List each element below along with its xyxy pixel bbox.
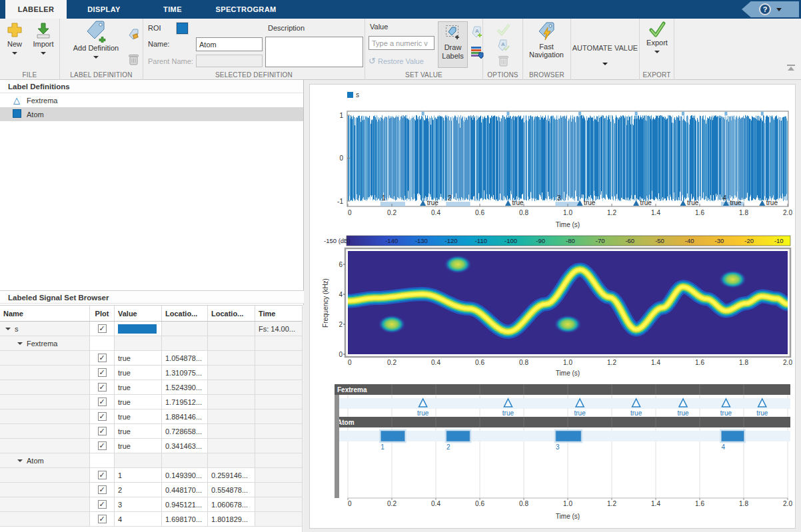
plot-checkbox[interactable]: ✓ <box>98 441 107 450</box>
table-row[interactable]: ✓41.698170...1.801829... <box>0 512 302 527</box>
table-row[interactable]: Fextrema <box>0 336 302 351</box>
column-header[interactable]: Plot <box>90 306 115 321</box>
plot-checkbox[interactable]: ✓ <box>98 412 107 421</box>
plot-checkbox[interactable]: ✓ <box>98 485 107 494</box>
table-row[interactable]: s✓Fs: 14.00... <box>0 322 302 336</box>
signal-plot: s1234truetruetruetruetruetruetrue10-100.… <box>337 91 792 228</box>
export-dropdown-caret-icon[interactable] <box>654 51 660 53</box>
column-header[interactable]: Time <box>255 306 302 321</box>
parent-name-input[interactable] <box>196 55 263 67</box>
signal-xtick-label: 2.0 <box>783 209 792 216</box>
add-definition-button[interactable]: Add Definition <box>63 20 129 60</box>
plot-checkbox[interactable]: ✓ <box>98 515 107 523</box>
signal-ytick-label: 1 <box>339 112 343 119</box>
expand-caret-icon[interactable] <box>17 459 23 462</box>
table-row[interactable]: ✓true0.341463... <box>0 439 302 453</box>
plot-cell: ✓ <box>90 439 115 453</box>
plot-cell: ✓ <box>90 424 115 438</box>
label-list-icon[interactable] <box>470 45 484 59</box>
roi-number-label: 1 <box>382 194 386 202</box>
label-definition-item-atom[interactable]: Atom <box>0 107 303 121</box>
new-button[interactable]: New <box>3 21 27 56</box>
tab-time[interactable]: TIME <box>141 0 204 19</box>
tab-labeler[interactable]: LABELER <box>5 0 67 19</box>
tab-spectrogram[interactable]: SPECTROGRAM <box>204 0 288 19</box>
track-header-fextrema[interactable] <box>335 384 790 395</box>
roi-region-highlight[interactable] <box>721 115 744 201</box>
roi-region-highlight[interactable] <box>446 115 470 201</box>
column-header[interactable]: Locatio... <box>162 306 208 321</box>
minimize-ribbon-button[interactable] <box>786 64 796 72</box>
column-header[interactable]: Value <box>115 306 162 321</box>
plot-checkbox[interactable]: ✓ <box>98 383 107 392</box>
viewer-roi-rect[interactable] <box>556 431 581 441</box>
help-question-icon[interactable]: ? <box>759 3 771 15</box>
roi-band[interactable] <box>446 202 470 206</box>
plot-checkbox[interactable]: ✓ <box>98 398 107 406</box>
label-definition-item-fextrema[interactable]: △Fextrema <box>0 93 303 107</box>
table-row[interactable]: ✓true1.524390... <box>0 380 302 395</box>
help-dropdown-caret-icon[interactable] <box>776 8 782 11</box>
roi-type-swatch[interactable] <box>177 23 188 34</box>
plot-checkbox[interactable]: ✓ <box>98 324 107 333</box>
description-textarea[interactable] <box>265 37 363 67</box>
delete-label-trash-icon[interactable] <box>498 55 509 67</box>
plot-checkbox[interactable]: ✓ <box>98 427 107 435</box>
viewer-roi-rect[interactable] <box>381 431 404 441</box>
expand-caret-icon[interactable] <box>5 328 11 330</box>
plot-checkbox[interactable]: ✓ <box>98 354 107 362</box>
roi-region-highlight[interactable] <box>556 115 581 201</box>
table-row[interactable]: ✓10.149390...0.259146... <box>0 468 302 483</box>
colorbar-tick-label: -50 <box>655 237 664 244</box>
table-row[interactable]: ✓true1.884146... <box>0 409 302 424</box>
spectrogram-xtick-label: 0.4 <box>431 359 440 366</box>
import-button[interactable]: Import <box>29 21 57 56</box>
table-row[interactable]: ✓30.945121...1.060678... <box>0 497 302 512</box>
label-attribute-check-icon[interactable]: A <box>496 39 510 52</box>
plot-checkbox[interactable]: ✓ <box>98 471 107 479</box>
colorbar-tick-label: -80 <box>566 237 575 244</box>
table-row[interactable]: ✓true0.728658... <box>0 424 302 439</box>
table-row[interactable]: Atom <box>0 453 302 468</box>
edit-definition-icon[interactable] <box>127 28 140 41</box>
description-label: Description <box>268 24 305 32</box>
import-dropdown-caret-icon[interactable] <box>41 52 46 55</box>
column-header[interactable]: Locatio... <box>208 306 255 321</box>
roi-band[interactable] <box>381 202 404 206</box>
viewer-roi-number: 1 <box>381 443 385 451</box>
automate-value-caret-icon[interactable] <box>602 63 608 65</box>
track-header-label: Fextrema <box>337 386 367 394</box>
table-row[interactable]: ✓true1.719512... <box>0 395 302 409</box>
viewer-roi-number: 4 <box>721 443 725 451</box>
fast-navigation-button[interactable]: Fast Navigation <box>524 21 568 59</box>
help-button[interactable]: ? <box>742 1 799 17</box>
plot-checkbox[interactable]: ✓ <box>98 368 107 377</box>
roi-region-highlight[interactable] <box>381 115 404 201</box>
add-definition-dropdown-caret-icon[interactable] <box>93 56 99 59</box>
plot-checkbox[interactable]: ✓ <box>98 500 107 509</box>
delete-definition-trash-icon[interactable] <box>128 53 139 66</box>
column-header[interactable]: Name <box>0 306 90 321</box>
restore-value-button[interactable]: ↺ Restore Value <box>369 56 424 66</box>
draw-labels-button[interactable]: Draw Labels <box>438 21 468 68</box>
tab-display[interactable]: DISPLAY <box>67 0 141 19</box>
new-dropdown-caret-icon[interactable] <box>12 52 17 55</box>
value-cell: 4 <box>115 512 162 526</box>
table-row[interactable]: ✓20.448170...0.554878... <box>0 483 302 497</box>
spectrogram-xaxis-label: Time (s) <box>556 370 580 377</box>
track-header-atom[interactable] <box>335 417 790 427</box>
plot-card: s1234truetruetruetruetruetruetrue10-100.… <box>309 84 796 529</box>
table-row[interactable]: ✓true1.310975... <box>0 366 302 380</box>
accept-all-check-icon[interactable] <box>496 23 510 36</box>
track-resize-handle[interactable] <box>335 395 339 498</box>
table-row[interactable]: ✓true1.054878... <box>0 351 302 366</box>
viewer-roi-rect[interactable] <box>446 431 470 441</box>
viewer-roi-rect[interactable] <box>721 431 744 441</box>
automate-value-gallery[interactable]: AUTOMATE VALUE <box>571 44 639 52</box>
export-button[interactable]: Export <box>642 21 672 55</box>
expand-caret-icon[interactable] <box>17 342 23 345</box>
name-input[interactable] <box>196 37 263 51</box>
draw-labels-icon <box>445 25 461 41</box>
label-attribute-add-icon[interactable]: A <box>470 25 484 39</box>
value-input[interactable] <box>369 36 434 50</box>
